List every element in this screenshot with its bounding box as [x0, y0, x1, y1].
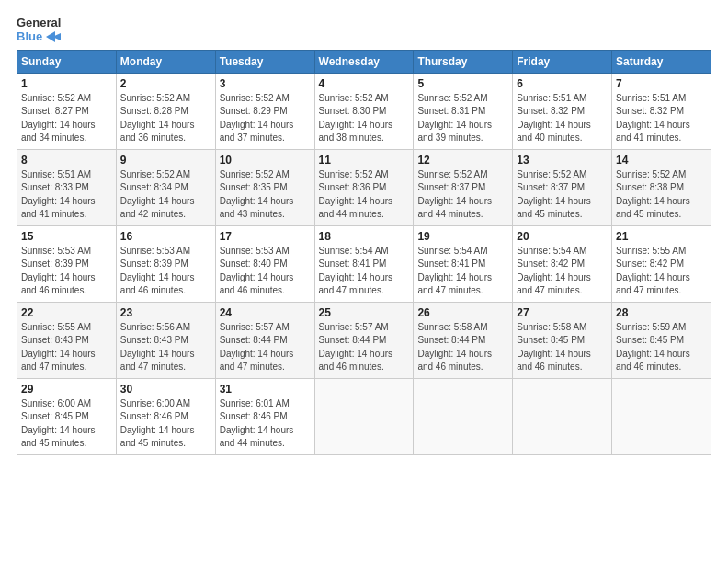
day-detail: Sunrise: 5:55 AMSunset: 8:43 PMDaylight:…: [21, 321, 112, 374]
day-detail: Sunrise: 5:53 AMSunset: 8:40 PMDaylight:…: [220, 245, 311, 298]
main-container: General Blue SundayMondayTuesdayWednesda…: [0, 0, 728, 465]
day-number: 25: [319, 306, 410, 319]
day-number: 7: [616, 77, 707, 90]
logo-general: General: [17, 17, 61, 30]
header-row-days: SundayMondayTuesdayWednesdayThursdayFrid…: [17, 50, 711, 73]
day-number: 26: [417, 306, 508, 319]
day-number: 30: [120, 383, 211, 396]
day-number: 22: [21, 306, 112, 319]
day-detail: Sunrise: 5:54 AMSunset: 8:41 PMDaylight:…: [417, 245, 508, 298]
day-cell: 6Sunrise: 5:51 AMSunset: 8:32 PMDaylight…: [513, 73, 612, 149]
day-cell: 10Sunrise: 5:52 AMSunset: 8:35 PMDayligh…: [215, 149, 314, 225]
col-header-friday: Friday: [513, 50, 612, 73]
day-detail: Sunrise: 5:53 AMSunset: 8:39 PMDaylight:…: [21, 245, 112, 298]
day-number: 13: [517, 154, 608, 167]
day-cell: 29Sunrise: 6:00 AMSunset: 8:45 PMDayligh…: [17, 378, 117, 454]
day-detail: Sunrise: 5:57 AMSunset: 8:44 PMDaylight:…: [220, 321, 311, 374]
header-row: General Blue: [17, 17, 711, 44]
day-number: 4: [319, 77, 410, 90]
day-number: 21: [616, 230, 707, 243]
day-detail: Sunrise: 6:00 AMSunset: 8:45 PMDaylight:…: [21, 397, 112, 451]
day-number: 1: [21, 77, 112, 90]
week-row-1: 1Sunrise: 5:52 AMSunset: 8:27 PMDaylight…: [17, 73, 711, 149]
day-cell: 8Sunrise: 5:51 AMSunset: 8:33 PMDaylight…: [17, 149, 117, 225]
day-detail: Sunrise: 5:51 AMSunset: 8:33 PMDaylight:…: [21, 168, 112, 222]
day-number: 12: [417, 154, 508, 167]
day-detail: Sunrise: 5:52 AMSunset: 8:37 PMDaylight:…: [517, 168, 608, 222]
col-header-sunday: Sunday: [17, 50, 117, 73]
day-detail: Sunrise: 5:52 AMSunset: 8:28 PMDaylight:…: [120, 92, 211, 145]
day-detail: Sunrise: 5:57 AMSunset: 8:44 PMDaylight:…: [319, 321, 410, 374]
day-number: 19: [417, 230, 508, 243]
day-cell: 1Sunrise: 5:52 AMSunset: 8:27 PMDaylight…: [17, 73, 117, 149]
day-number: 8: [21, 154, 112, 167]
day-cell: 9Sunrise: 5:52 AMSunset: 8:34 PMDaylight…: [116, 149, 215, 225]
day-cell: 11Sunrise: 5:52 AMSunset: 8:36 PMDayligh…: [314, 149, 414, 225]
day-number: 15: [21, 230, 112, 243]
day-cell: 27Sunrise: 5:58 AMSunset: 8:45 PMDayligh…: [513, 302, 612, 378]
col-header-saturday: Saturday: [612, 50, 711, 73]
day-cell: [513, 378, 612, 454]
day-number: 3: [220, 77, 311, 90]
week-row-4: 22Sunrise: 5:55 AMSunset: 8:43 PMDayligh…: [17, 302, 711, 378]
col-header-thursday: Thursday: [414, 50, 513, 73]
day-detail: Sunrise: 5:52 AMSunset: 8:36 PMDaylight:…: [319, 168, 410, 222]
day-detail: Sunrise: 5:55 AMSunset: 8:42 PMDaylight:…: [616, 245, 707, 298]
calendar-table: SundayMondayTuesdayWednesdayThursdayFrid…: [17, 50, 711, 455]
day-detail: Sunrise: 5:59 AMSunset: 8:45 PMDaylight:…: [616, 321, 707, 374]
week-row-3: 15Sunrise: 5:53 AMSunset: 8:39 PMDayligh…: [17, 225, 711, 302]
day-cell: [314, 378, 414, 454]
day-detail: Sunrise: 5:54 AMSunset: 8:41 PMDaylight:…: [319, 245, 410, 298]
col-header-tuesday: Tuesday: [215, 50, 314, 73]
day-detail: Sunrise: 6:01 AMSunset: 8:46 PMDaylight:…: [220, 397, 311, 451]
day-detail: Sunrise: 5:58 AMSunset: 8:45 PMDaylight:…: [517, 321, 608, 374]
col-header-monday: Monday: [116, 50, 215, 73]
day-detail: Sunrise: 5:58 AMSunset: 8:44 PMDaylight:…: [417, 321, 508, 374]
day-cell: [612, 378, 711, 454]
day-detail: Sunrise: 5:56 AMSunset: 8:43 PMDaylight:…: [120, 321, 211, 374]
day-detail: Sunrise: 5:52 AMSunset: 8:30 PMDaylight:…: [319, 92, 410, 145]
day-detail: Sunrise: 5:52 AMSunset: 8:35 PMDaylight:…: [220, 168, 311, 222]
day-cell: 7Sunrise: 5:51 AMSunset: 8:32 PMDaylight…: [612, 73, 711, 149]
day-number: 10: [220, 154, 311, 167]
day-number: 29: [21, 383, 112, 396]
day-number: 14: [616, 154, 707, 167]
day-detail: Sunrise: 5:52 AMSunset: 8:31 PMDaylight:…: [417, 92, 508, 145]
day-cell: 31Sunrise: 6:01 AMSunset: 8:46 PMDayligh…: [215, 378, 314, 454]
day-number: 20: [517, 230, 608, 243]
day-number: 2: [120, 77, 211, 90]
day-detail: Sunrise: 5:53 AMSunset: 8:39 PMDaylight:…: [120, 245, 211, 298]
day-cell: 24Sunrise: 5:57 AMSunset: 8:44 PMDayligh…: [215, 302, 314, 378]
day-detail: Sunrise: 5:52 AMSunset: 8:29 PMDaylight:…: [220, 92, 311, 145]
day-detail: Sunrise: 5:54 AMSunset: 8:42 PMDaylight:…: [517, 245, 608, 298]
week-row-5: 29Sunrise: 6:00 AMSunset: 8:45 PMDayligh…: [17, 378, 711, 454]
day-cell: 30Sunrise: 6:00 AMSunset: 8:46 PMDayligh…: [116, 378, 215, 454]
day-cell: 23Sunrise: 5:56 AMSunset: 8:43 PMDayligh…: [116, 302, 215, 378]
day-cell: 20Sunrise: 5:54 AMSunset: 8:42 PMDayligh…: [513, 225, 612, 302]
day-cell: 26Sunrise: 5:58 AMSunset: 8:44 PMDayligh…: [414, 302, 513, 378]
day-detail: Sunrise: 5:52 AMSunset: 8:38 PMDaylight:…: [616, 168, 707, 222]
day-cell: 17Sunrise: 5:53 AMSunset: 8:40 PMDayligh…: [215, 225, 314, 302]
day-number: 27: [517, 306, 608, 319]
day-cell: 18Sunrise: 5:54 AMSunset: 8:41 PMDayligh…: [314, 225, 414, 302]
day-number: 6: [517, 77, 608, 90]
day-cell: 25Sunrise: 5:57 AMSunset: 8:44 PMDayligh…: [314, 302, 414, 378]
day-cell: 5Sunrise: 5:52 AMSunset: 8:31 PMDaylight…: [414, 73, 513, 149]
day-cell: 15Sunrise: 5:53 AMSunset: 8:39 PMDayligh…: [17, 225, 117, 302]
logo-blue: Blue: [17, 30, 61, 44]
day-cell: 2Sunrise: 5:52 AMSunset: 8:28 PMDaylight…: [116, 73, 215, 149]
col-header-wednesday: Wednesday: [314, 50, 414, 73]
day-number: 23: [120, 306, 211, 319]
day-detail: Sunrise: 5:52 AMSunset: 8:34 PMDaylight:…: [120, 168, 211, 222]
day-number: 17: [220, 230, 311, 243]
day-detail: Sunrise: 5:51 AMSunset: 8:32 PMDaylight:…: [616, 92, 707, 145]
day-number: 16: [120, 230, 211, 243]
day-cell: [414, 378, 513, 454]
day-cell: 12Sunrise: 5:52 AMSunset: 8:37 PMDayligh…: [414, 149, 513, 225]
day-cell: 28Sunrise: 5:59 AMSunset: 8:45 PMDayligh…: [612, 302, 711, 378]
day-detail: Sunrise: 5:51 AMSunset: 8:32 PMDaylight:…: [517, 92, 608, 145]
day-cell: 16Sunrise: 5:53 AMSunset: 8:39 PMDayligh…: [116, 225, 215, 302]
day-number: 9: [120, 154, 211, 167]
day-detail: Sunrise: 5:52 AMSunset: 8:37 PMDaylight:…: [417, 168, 508, 222]
day-detail: Sunrise: 5:52 AMSunset: 8:27 PMDaylight:…: [21, 92, 112, 145]
